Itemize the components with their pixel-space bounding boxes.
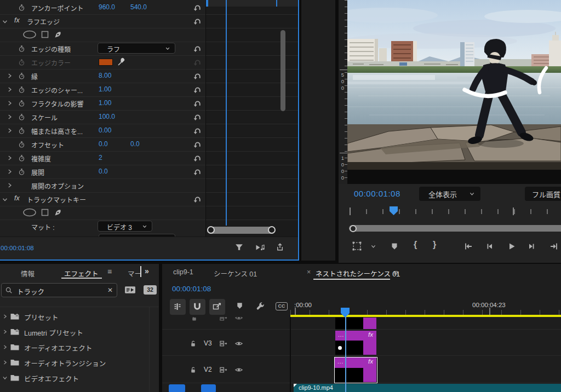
stopwatch-icon[interactable] (18, 4, 25, 11)
ellipse-mask-icon[interactable] (22, 30, 37, 39)
pen-mask-icon[interactable] (54, 208, 62, 217)
linked-selection-button[interactable] (209, 299, 225, 315)
property-value[interactable]: 8.00 (99, 72, 111, 79)
clear-search-icon[interactable]: ✕ (107, 286, 113, 294)
effects-search-box[interactable]: トラック ✕ (1, 283, 117, 297)
chevron-right-icon[interactable] (7, 114, 13, 120)
effects-folder-audio-effects[interactable]: オーディオエフェクト (0, 339, 149, 355)
property-value[interactable]: 1.00 (99, 85, 111, 93)
stopwatch-icon[interactable] (18, 45, 25, 53)
chevron-right-icon[interactable] (7, 128, 13, 134)
timeline-tab-clip9-1[interactable]: clip9-1 (173, 268, 193, 276)
clip-thumbnail[interactable] (335, 318, 363, 329)
stopwatch-icon[interactable] (18, 154, 25, 162)
chevron-right-icon[interactable] (7, 182, 13, 188)
snap-button[interactable] (190, 299, 205, 315)
reset-icon[interactable] (193, 44, 201, 53)
chevron-right-icon[interactable] (2, 329, 8, 335)
zoom-handle-left[interactable] (207, 226, 215, 234)
program-timecode[interactable]: 00:00:01:08 (354, 189, 400, 198)
effects-folder-video-effects[interactable]: ビデオエフェクト (0, 370, 149, 385)
chevron-down-icon[interactable] (370, 244, 376, 249)
clip-v1-clip9-10[interactable]: clip9-10.mp4 (294, 384, 561, 392)
anchor-x-value[interactable]: 960.0 (99, 3, 115, 11)
chevron-down-icon[interactable] (2, 19, 8, 25)
chevron-right-icon[interactable] (7, 73, 13, 79)
filter-properties-icon[interactable] (234, 243, 244, 252)
edge-type-dropdown[interactable]: ラフ (98, 43, 175, 54)
chevron-right-icon[interactable] (7, 169, 13, 175)
chevron-right-icon[interactable] (2, 344, 8, 350)
add-marker-icon[interactable] (390, 242, 399, 251)
property-value[interactable]: 2 (99, 154, 102, 162)
chevron-right-icon[interactable] (7, 100, 13, 106)
reset-icon[interactable] (193, 195, 201, 203)
matte-dropdown[interactable]: ビデオ 3 (98, 221, 152, 232)
stopwatch-icon[interactable] (18, 72, 25, 80)
timeline-timecode[interactable]: 00:00:01:08 (172, 285, 211, 293)
lock-icon[interactable] (190, 339, 197, 348)
effect-header-rough-edges[interactable]: fx ラフエッジ (0, 14, 299, 28)
eyedropper-icon[interactable] (117, 57, 126, 66)
monitor-scroll-handle[interactable] (350, 225, 357, 232)
zoom-level-dropdown[interactable]: 全体表示 (419, 187, 480, 201)
step-forward-icon[interactable] (527, 242, 536, 251)
zoom-scrollbar[interactable] (207, 227, 275, 234)
chevron-right-icon[interactable] (7, 87, 13, 93)
panel-menu-icon[interactable]: ≡ (107, 267, 112, 276)
effect-timeline-playhead[interactable] (226, 0, 227, 226)
group-row-evolution-options[interactable]: 展開のオプション (0, 178, 299, 192)
track-name[interactable]: V3 (204, 339, 212, 347)
timecode[interactable]: 00:00:01:08 (1, 245, 34, 251)
reset-icon[interactable] (193, 72, 201, 80)
track-output-icon[interactable] (234, 366, 243, 374)
go-to-out-icon[interactable] (549, 242, 559, 251)
timeline-tab-sequence-01[interactable]: シーケンス 01 (214, 268, 257, 279)
source-patch-v1[interactable] (169, 384, 185, 392)
rectangle-mask-icon[interactable] (41, 30, 49, 39)
effects-folder-lumetri-presets[interactable]: Lumetri プリセット (0, 324, 149, 339)
stopwatch-icon[interactable] (18, 100, 25, 107)
play-audio-icon[interactable] (254, 243, 266, 252)
timeline-settings-icon[interactable] (255, 301, 265, 311)
accelerated-effects-badge[interactable] (124, 285, 136, 295)
reset-icon[interactable] (193, 140, 201, 148)
reset-icon[interactable] (193, 126, 201, 135)
insert-overwrite-button[interactable] (170, 299, 186, 315)
tab-info[interactable]: 情報 (21, 268, 35, 279)
reset-icon[interactable] (193, 113, 201, 121)
offset-x-value[interactable]: 0.0 (99, 140, 108, 148)
effects-folder-audio-transitions[interactable]: オーディオトランジション (0, 355, 149, 370)
reset-icon[interactable] (193, 154, 201, 162)
property-value[interactable]: 1.00 (99, 99, 111, 107)
zoom-handle-right[interactable] (268, 226, 276, 234)
chevron-right-icon[interactable] (7, 155, 13, 161)
add-marker-icon[interactable] (236, 302, 244, 310)
program-video-frame[interactable] (347, 0, 561, 184)
timeline-tab-nested-sequence-01[interactable]: ネストされたシーケンス 01 (316, 268, 400, 279)
captions-icon[interactable]: CC (276, 302, 288, 310)
vertical-scrollbar[interactable] (280, 30, 285, 111)
rectangle-mask-icon[interactable] (41, 208, 49, 217)
tab-overflow-icon[interactable]: » (145, 267, 149, 275)
go-to-in-icon[interactable] (463, 242, 473, 251)
reset-icon[interactable] (193, 99, 201, 107)
effects-folder-presets[interactable]: プリセット (0, 309, 149, 324)
monitor-mini-ruler[interactable] (350, 209, 561, 214)
sync-lock-icon[interactable] (219, 339, 227, 348)
tab-markers-clipped[interactable]: マー (128, 268, 141, 279)
play-icon[interactable] (507, 242, 516, 251)
panel-menu-icon[interactable]: ≡ (393, 268, 398, 277)
reset-icon[interactable] (193, 3, 201, 11)
clip-fragment[interactable] (363, 318, 376, 329)
property-value[interactable]: 0.00 (99, 126, 111, 134)
reset-icon[interactable] (193, 168, 201, 176)
property-value[interactable]: 100.0 (99, 113, 115, 120)
close-tab-icon[interactable]: × (307, 268, 311, 276)
reset-icon[interactable] (193, 85, 201, 94)
track-output-icon[interactable] (234, 339, 243, 348)
property-value[interactable]: 0.0 (99, 168, 108, 175)
lock-icon[interactable] (190, 366, 197, 374)
sync-lock-icon[interactable] (219, 366, 227, 374)
monitor-zoom-scrollbar[interactable] (349, 225, 561, 232)
